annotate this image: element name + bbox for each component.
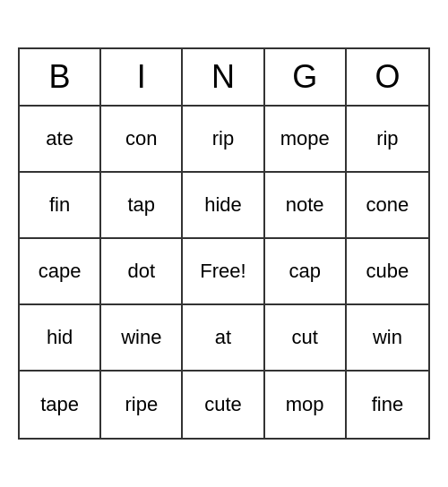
bingo-row: capedotFree!capcube [20, 239, 428, 305]
bingo-cell: mop [265, 372, 347, 438]
bingo-cell: wine [101, 305, 183, 370]
bingo-row: taperipecutemopfine [20, 372, 428, 438]
bingo-header-cell: O [347, 49, 428, 105]
bingo-row: hidwineatcutwin [20, 305, 428, 372]
bingo-row: ateconripmoperip [20, 107, 428, 173]
bingo-cell: win [347, 305, 428, 370]
bingo-cell: cute [183, 372, 264, 438]
bingo-cell: con [101, 107, 183, 171]
bingo-cell: dot [101, 239, 183, 303]
bingo-header-cell: N [183, 49, 264, 105]
bingo-cell: ripe [101, 372, 183, 438]
bingo-cell: hid [20, 305, 101, 370]
bingo-row: fintaphidenotecone [20, 173, 428, 239]
bingo-card: BINGO ateconripmoperipfintaphidenotecone… [18, 47, 430, 440]
bingo-cell: cape [20, 239, 101, 303]
bingo-cell: cube [347, 239, 428, 303]
bingo-body: ateconripmoperipfintaphidenoteconecapedo… [20, 107, 428, 438]
bingo-cell: note [265, 173, 347, 237]
bingo-cell: fine [347, 372, 428, 438]
bingo-cell: rip [183, 107, 264, 171]
bingo-header-cell: G [265, 49, 347, 105]
bingo-cell: cap [265, 239, 347, 303]
bingo-cell: cone [347, 173, 428, 237]
bingo-header-cell: B [20, 49, 101, 105]
bingo-cell: tap [101, 173, 183, 237]
bingo-cell: rip [347, 107, 428, 171]
bingo-cell: cut [265, 305, 347, 370]
bingo-header-cell: I [101, 49, 183, 105]
bingo-cell: mope [265, 107, 347, 171]
bingo-header: BINGO [20, 49, 428, 107]
bingo-cell: tape [20, 372, 101, 438]
bingo-cell: hide [183, 173, 264, 237]
bingo-cell: at [183, 305, 264, 370]
bingo-cell: fin [20, 173, 101, 237]
bingo-cell: Free! [183, 239, 264, 303]
bingo-cell: ate [20, 107, 101, 171]
